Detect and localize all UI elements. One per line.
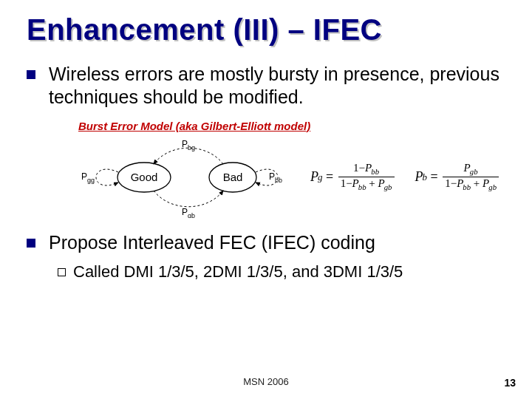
bullet-square-icon [27, 70, 35, 79]
bullet-text: Wireless errors are mostly bursty in pre… [49, 63, 505, 109]
formula-pg: Pg = 1−Pbb 1−Pbb + Pgb [310, 162, 396, 192]
pg-sub: g [318, 171, 322, 183]
bullet-item-2: Propose Interleaved FEC (IFEC) coding [27, 231, 505, 254]
model-label: Burst Error Model (aka Gilbert-Elliott m… [78, 120, 505, 132]
p-bb-label: Pbb [269, 171, 282, 184]
formulas: Pg = 1−Pbb 1−Pbb + Pgb Pb = Pgb 1−Pbb + … [310, 162, 500, 192]
page-number: 13 [504, 377, 516, 389]
footer-center: MSN 2006 [0, 376, 532, 387]
sub-bullet-rest: DMI 1/3/5, 2DMI 1/3/5, and 3DMI 1/3/5 [119, 262, 403, 281]
pb-sub: b [423, 171, 427, 183]
slide: Enhancement (III) – IFEC Wireless errors… [0, 0, 532, 399]
state-good-label: Good [131, 171, 158, 183]
p-gg-label: Pgg [81, 171, 95, 184]
sub-bullet-item: Called DMI 1/3/5, 2DMI 1/3/5, and 3DMI 1… [58, 262, 505, 283]
bullet-item-1: Wireless errors are mostly bursty in pre… [27, 63, 505, 109]
state-diagram: Good Bad Pgg Pbb Pbg Pgb [59, 137, 288, 218]
sub-bullet-square-icon [58, 268, 66, 276]
state-bad-label: Bad [223, 171, 243, 183]
p-gb-label: Pgb [182, 207, 195, 218]
formula-pb: Pb = Pgb 1−Pbb + Pgb [415, 162, 501, 192]
slide-title: Enhancement (III) – IFEC [27, 13, 505, 47]
bullet-text: Propose Interleaved FEC (IFEC) coding [49, 231, 375, 254]
sub-bullet-prefix: Called [73, 262, 119, 281]
sub-bullet-text: Called DMI 1/3/5, 2DMI 1/3/5, and 3DMI 1… [73, 262, 403, 283]
p-bg-label: Pbg [182, 139, 195, 151]
diagram-row: Good Bad Pgg Pbb Pbg Pgb Pg = 1−Pbb 1−Pb… [59, 137, 505, 218]
bullet-square-icon [27, 239, 35, 248]
